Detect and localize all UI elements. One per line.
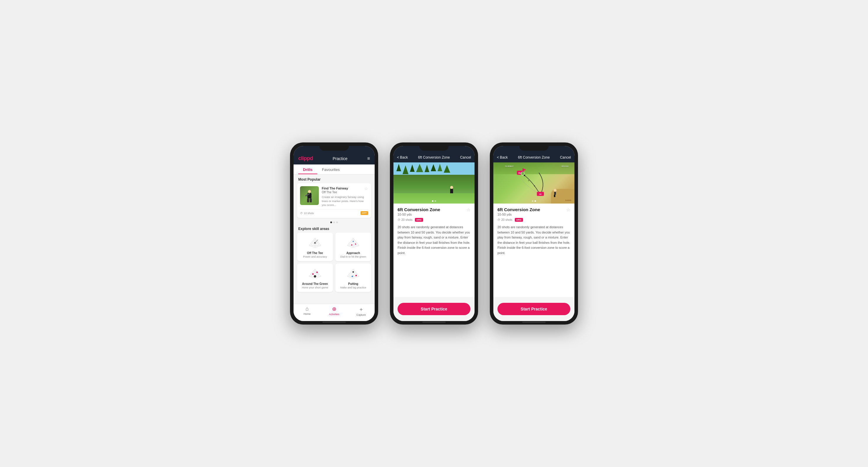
drill-favourite-2[interactable]: ☆ (466, 207, 470, 213)
svg-point-41 (352, 271, 354, 273)
svg-rect-50 (554, 192, 556, 195)
img-dot-3-2 (534, 200, 536, 202)
drill-photo (394, 162, 474, 204)
home-bar-2 (422, 322, 446, 323)
ott-radar-svg (308, 237, 322, 249)
skill-icon-putting (344, 266, 362, 281)
favourite-icon[interactable]: ☆ (364, 186, 368, 191)
svg-point-22 (355, 243, 356, 245)
svg-rect-51 (554, 195, 555, 197)
phone-notch-3 (519, 142, 549, 151)
svg-rect-3 (310, 198, 312, 202)
drill-range-2: 10-50 yds (398, 213, 440, 216)
detail-header-title-3: 6ft Conversion Zone (518, 155, 550, 160)
nav-capture-label: Capture (356, 313, 366, 316)
svg-point-55 (534, 185, 535, 187)
main-content: Most Popular (293, 174, 375, 304)
back-button-3[interactable]: < Back (497, 155, 508, 160)
svg-rect-0 (308, 190, 311, 193)
home-icon: ⌂ (306, 306, 309, 312)
cancel-button-2[interactable]: Cancel (460, 155, 471, 160)
clock-icon: ⏱ (300, 212, 303, 215)
image-carousel-dots-3 (532, 200, 536, 202)
putting-radar-svg (346, 268, 361, 280)
course-map-image: SAND FAIRWAY ROUGH (493, 162, 575, 204)
drill-range-3: 10-50 yds (497, 213, 540, 216)
drill-meta-2: ⏱ 20 shots ARG (398, 218, 470, 222)
explore-label: Explore skill areas (293, 224, 375, 233)
drill-description-2: 20 shots are randomly generated at dista… (398, 225, 470, 256)
start-practice-button-3[interactable]: Start Practice (497, 303, 570, 315)
nav-capture[interactable]: ＋ Capture (348, 306, 375, 316)
dot-1 (330, 222, 332, 223)
cancel-button-3[interactable]: Cancel (560, 155, 571, 160)
detail-footer-2: Start Practice (394, 297, 474, 321)
golfer-svg (304, 188, 315, 204)
drill-title: Find The Fairway (322, 186, 348, 190)
drill-description-3: 20 shots are randomly generated at dista… (497, 225, 570, 256)
back-button-2[interactable]: < Back (397, 155, 408, 160)
svg-rect-2 (307, 198, 309, 202)
svg-point-23 (351, 244, 352, 245)
tab-favourites[interactable]: Favourites (317, 165, 345, 174)
skill-icon-approach (344, 236, 362, 250)
nav-home-label: Home (304, 312, 311, 315)
home-bar (322, 322, 346, 323)
skill-desc-atg: Hone your short game (302, 286, 328, 289)
carousel-dots (293, 220, 375, 224)
detail-footer-3: Start Practice (493, 297, 575, 321)
tab-drills[interactable]: Drills (298, 165, 317, 174)
skill-card-ott[interactable]: Off The Tee Power and accuracy (297, 233, 333, 261)
arg-badge-3: ARG (515, 218, 523, 222)
phone-1: clippd Practice ≡ Drills Favourites Most… (290, 142, 378, 325)
skill-name-atg: Around The Green (302, 282, 328, 286)
svg-point-32 (316, 272, 318, 273)
drill-detail-content: 6ft Conversion Zone 10-50 yds ☆ ⏱ 20 sho… (394, 204, 474, 297)
drill-shots-3: ⏱ 20 shots (497, 218, 513, 222)
phone-notch (319, 142, 349, 151)
drill-name-3: 6ft Conversion Zone (497, 207, 540, 212)
drill-card-info: Find The Fairway Off The Tee ☆ Create an… (322, 186, 368, 207)
nav-activities[interactable]: ⊕ Activities (320, 306, 348, 316)
tabs-bar: Drills Favourites (293, 165, 375, 174)
home-bar-3 (522, 322, 546, 323)
svg-point-43 (352, 276, 353, 277)
menu-icon[interactable]: ≡ (367, 156, 370, 161)
drill-card-find-fairway[interactable]: Find The Fairway Off The Tee ☆ Create an… (297, 183, 371, 218)
svg-point-31 (314, 275, 316, 277)
img-dot-1 (432, 200, 433, 202)
drill-shots: ⏱ 10 shots (300, 212, 314, 215)
shots-clock-icon-3: ⏱ (497, 218, 500, 222)
skill-card-atg[interactable]: Around The Green Hone your short game (297, 263, 333, 292)
detail-header-title-2: 6ft Conversion Zone (418, 155, 450, 160)
img-dot-3-1 (532, 200, 533, 202)
start-practice-button-2[interactable]: Start Practice (398, 303, 470, 315)
svg-point-21 (352, 241, 354, 242)
most-popular-label: Most Popular (293, 174, 375, 183)
svg-text:Hit: Hit (539, 193, 541, 195)
skill-icon-ott (306, 236, 324, 250)
skill-desc-putting: Make and lag practice (340, 286, 366, 289)
nav-home[interactable]: ⌂ Home (293, 306, 320, 316)
phone-2: < Back 6ft Conversion Zone Cancel (390, 142, 478, 325)
dot-2 (333, 222, 335, 223)
skill-name-putting: Putting (348, 282, 358, 286)
svg-point-56 (528, 180, 529, 181)
drill-meta: ⏱ 10 shots OTT (300, 209, 368, 215)
svg-point-33 (312, 273, 314, 275)
skill-desc-ott: Power and accuracy (303, 255, 327, 258)
skill-grid: Off The Tee Power and accuracy (293, 233, 375, 295)
drill-thumbnail (300, 186, 319, 205)
skill-card-approach[interactable]: Approach Dial-in to hit the green (335, 233, 371, 261)
img-dot-2 (435, 200, 436, 202)
image-carousel-dots (432, 200, 436, 202)
nav-activities-label: Activities (329, 313, 339, 316)
course-map-svg: Hit Miss (493, 162, 575, 204)
svg-point-42 (355, 275, 357, 276)
app-logo: clippd (298, 155, 313, 162)
skill-desc-approach: Dial-in to hit the green (340, 255, 366, 258)
drill-name-2: 6ft Conversion Zone (398, 207, 440, 212)
drill-shots-2: ⏱ 20 shots (398, 218, 412, 222)
skill-card-putting[interactable]: Putting Make and lag practice (335, 263, 371, 292)
drill-favourite-3[interactable]: ☆ (566, 207, 570, 213)
